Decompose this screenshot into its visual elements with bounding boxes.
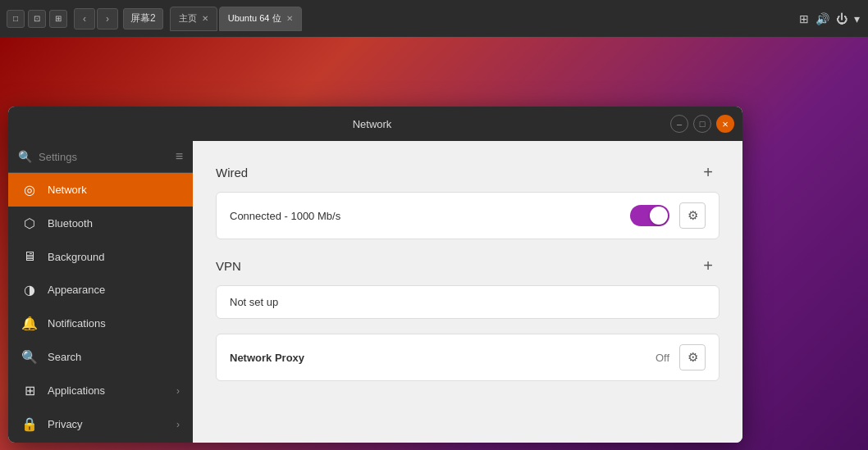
wired-card: Connected - 1000 Mb/s ⚙ xyxy=(216,192,720,239)
window-controls: – □ × xyxy=(670,115,742,133)
network-proxy-label: Network Proxy xyxy=(230,352,646,364)
taskbar-screen-label: 屏幕2 xyxy=(123,8,163,30)
network-proxy-card: Network Proxy Off ⚙ xyxy=(216,334,720,381)
volume-icon[interactable]: 🔊 xyxy=(815,12,829,25)
vpn-not-set-row: Not set up xyxy=(217,286,719,318)
sidebar-item-applications[interactable]: ⊞ Applications › xyxy=(8,374,193,407)
sidebar-item-notifications-label: Notifications xyxy=(48,317,180,330)
vpn-section-header: VPN + xyxy=(216,254,720,277)
bluetooth-icon: ⬡ xyxy=(21,216,38,231)
sidebar-item-search[interactable]: 🔍 Search xyxy=(8,340,193,374)
taskbar-right: ⊞ 🔊 ⏻ ▾ xyxy=(799,12,868,25)
sidebar-item-background-label: Background xyxy=(48,251,180,263)
network-icon[interactable]: ⊞ xyxy=(799,12,809,25)
sidebar-item-applications-label: Applications xyxy=(48,384,167,397)
settings-window: Network – □ × 🔍 Settings ≡ ◎ Network ⬡ B… xyxy=(8,107,742,443)
main-content: Wired + Connected - 1000 Mb/s ⚙ VPN + xyxy=(193,141,742,443)
taskbar: □ ⊡ ⊞ ‹ › 屏幕2 主页 ✕ Ubuntu 64 位 ✕ ⊞ 🔊 ⏻ ▾ xyxy=(0,0,868,37)
sidebar-item-privacy-label: Privacy xyxy=(48,418,167,430)
sidebar-search-label: Settings xyxy=(39,151,77,163)
sidebar-item-privacy[interactable]: 🔒 Privacy › xyxy=(8,407,193,441)
applications-icon: ⊞ xyxy=(21,383,38,398)
network-proxy-row: Network Proxy Off ⚙ xyxy=(217,334,719,380)
sidebar-item-network[interactable]: ◎ Network xyxy=(8,173,193,207)
vpn-section-title: VPN xyxy=(216,259,241,273)
sidebar-item-search-label: Search xyxy=(48,351,180,363)
search-icon: 🔍 xyxy=(18,150,32,163)
dropdown-icon[interactable]: ▾ xyxy=(854,12,860,25)
wired-toggle-knob xyxy=(650,207,668,225)
nav-back-btn[interactable]: ‹ xyxy=(74,8,95,30)
sidebar-item-appearance-label: Appearance xyxy=(48,284,180,296)
wired-connection-label: Connected - 1000 Mb/s xyxy=(230,210,620,222)
tab-ubuntu-close[interactable]: ✕ xyxy=(286,14,293,23)
power-icon[interactable]: ⏻ xyxy=(836,12,847,25)
wired-gear-button[interactable]: ⚙ xyxy=(679,202,706,229)
tab-ubuntu-label: Ubuntu 64 位 xyxy=(228,12,281,25)
tab-home-label: 主页 xyxy=(179,12,197,25)
wired-connection-row: Connected - 1000 Mb/s ⚙ xyxy=(217,193,719,239)
taskbar-btn-2[interactable]: ⊡ xyxy=(28,10,46,28)
background-icon: 🖥 xyxy=(21,249,38,264)
vpn-add-button[interactable]: + xyxy=(697,254,720,277)
window-title: Network xyxy=(74,118,670,130)
wired-section-title: Wired xyxy=(216,166,248,180)
vpn-card: Not set up xyxy=(216,285,720,319)
nav-forward-btn[interactable]: › xyxy=(97,8,118,30)
notifications-icon: 🔔 xyxy=(21,316,38,331)
tabs-area: 主页 ✕ Ubuntu 64 位 ✕ xyxy=(170,7,302,31)
search-sidebar-icon: 🔍 xyxy=(21,349,38,365)
titlebar: Network – □ × xyxy=(8,107,742,141)
sidebar-item-network-label: Network xyxy=(48,184,180,196)
appearance-icon: ◑ xyxy=(21,282,38,298)
sidebar-item-notifications[interactable]: 🔔 Notifications xyxy=(8,307,193,340)
tab-home[interactable]: 主页 ✕ xyxy=(170,7,217,31)
sidebar-search-bar: 🔍 Settings ≡ xyxy=(8,141,193,173)
wired-section-header: Wired + xyxy=(216,161,720,184)
network-proxy-gear-button[interactable]: ⚙ xyxy=(679,344,706,370)
applications-arrow-icon: › xyxy=(176,385,180,397)
taskbar-btn-1[interactable]: □ xyxy=(7,10,25,28)
tab-home-close[interactable]: ✕ xyxy=(202,14,208,23)
privacy-arrow-icon: › xyxy=(176,419,180,430)
network-icon: ◎ xyxy=(21,182,38,198)
taskbar-btn-3[interactable]: ⊞ xyxy=(49,10,67,28)
privacy-icon: 🔒 xyxy=(21,416,38,432)
wired-toggle[interactable] xyxy=(630,205,669,226)
wired-add-button[interactable]: + xyxy=(697,161,720,184)
sidebar-item-appearance[interactable]: ◑ Appearance xyxy=(8,273,193,307)
sidebar-menu-button[interactable]: ≡ xyxy=(176,149,183,164)
tab-ubuntu[interactable]: Ubuntu 64 位 ✕ xyxy=(219,7,302,31)
window-content: 🔍 Settings ≡ ◎ Network ⬡ Bluetooth 🖥 Bac… xyxy=(8,141,742,443)
sidebar-item-online-accounts[interactable]: ☁ Online Accounts xyxy=(8,441,193,443)
sidebar-item-bluetooth[interactable]: ⬡ Bluetooth xyxy=(8,207,193,240)
close-button[interactable]: × xyxy=(716,115,734,133)
sidebar-item-bluetooth-label: Bluetooth xyxy=(48,217,180,230)
taskbar-nav: ‹ › xyxy=(74,8,120,30)
sidebar: 🔍 Settings ≡ ◎ Network ⬡ Bluetooth 🖥 Bac… xyxy=(8,141,193,443)
vpn-not-set-label: Not set up xyxy=(230,296,706,308)
maximize-button[interactable]: □ xyxy=(693,115,711,133)
network-proxy-status: Off xyxy=(656,352,669,364)
minimize-button[interactable]: – xyxy=(670,115,688,133)
taskbar-left: □ ⊡ ⊞ ‹ › 屏幕2 xyxy=(0,8,163,30)
sidebar-item-background[interactable]: 🖥 Background xyxy=(8,240,193,273)
